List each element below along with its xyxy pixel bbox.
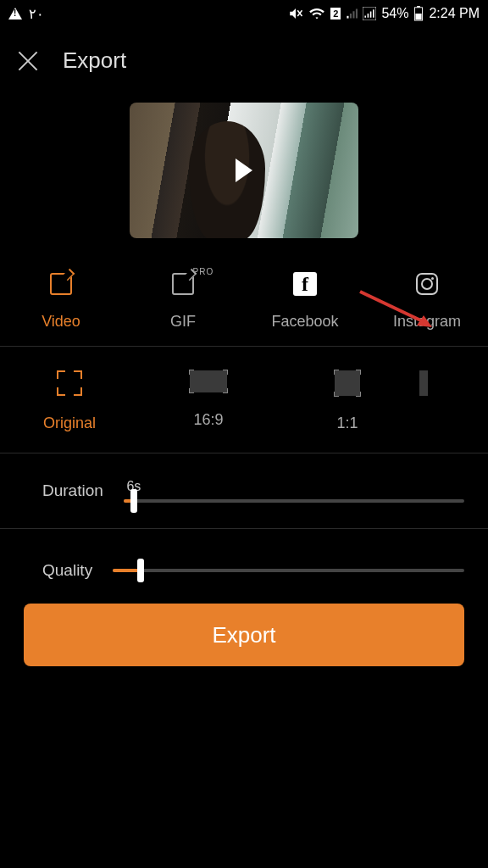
aspect-16-9[interactable]: 16:9 bbox=[139, 370, 278, 432]
gif-export-icon bbox=[172, 273, 194, 295]
signal-weak-icon bbox=[346, 8, 358, 19]
status-left: ٢٠ bbox=[8, 6, 44, 22]
status-right: 2 54% 2:24 PM bbox=[288, 6, 480, 21]
video-preview[interactable] bbox=[130, 103, 358, 238]
battery-icon bbox=[413, 6, 424, 21]
aspect-label: 16:9 bbox=[193, 411, 223, 429]
battery-text: 54% bbox=[381, 6, 408, 21]
preview-container bbox=[0, 94, 488, 264]
warning-icon bbox=[8, 8, 22, 19]
close-icon[interactable] bbox=[17, 50, 39, 72]
sim-badge: 2 bbox=[330, 8, 341, 19]
status-text: ٢٠ bbox=[29, 6, 44, 22]
pro-badge: PRO bbox=[193, 267, 214, 276]
aspect-ratios: Original 16:9 1:1 bbox=[0, 347, 488, 453]
export-button[interactable]: Export bbox=[24, 604, 464, 666]
share-targets: Video PRO GIF f Facebook Instagram bbox=[0, 264, 488, 346]
share-label: GIF bbox=[170, 313, 196, 331]
instagram-icon bbox=[416, 273, 438, 295]
signal-full-icon bbox=[363, 7, 376, 20]
ratio-1-1-icon bbox=[335, 370, 360, 396]
svg-rect-5 bbox=[416, 14, 422, 19]
quality-section: Quality bbox=[0, 529, 488, 600]
ratio-16-9-icon bbox=[190, 370, 227, 392]
duration-slider[interactable]: 6s bbox=[124, 479, 464, 503]
share-label: Video bbox=[42, 313, 80, 331]
time-text: 2:24 PM bbox=[429, 6, 480, 21]
quality-slider[interactable] bbox=[113, 569, 464, 572]
aspect-label: Original bbox=[43, 415, 96, 432]
mute-icon bbox=[288, 6, 303, 21]
share-label: Facebook bbox=[271, 313, 338, 331]
aspect-label: 1:1 bbox=[336, 415, 358, 432]
svg-rect-4 bbox=[418, 6, 421, 8]
slider-thumb[interactable] bbox=[130, 489, 137, 513]
share-gif[interactable]: PRO GIF bbox=[122, 270, 244, 331]
share-facebook[interactable]: f Facebook bbox=[244, 270, 366, 331]
slider-thumb[interactable] bbox=[137, 559, 144, 582]
play-icon[interactable] bbox=[236, 159, 252, 182]
share-video[interactable]: Video bbox=[0, 270, 122, 331]
video-export-icon bbox=[50, 273, 72, 295]
ratio-partial-icon bbox=[419, 370, 428, 396]
svg-rect-2 bbox=[363, 7, 376, 20]
wifi-icon bbox=[308, 7, 325, 20]
aspect-original[interactable]: Original bbox=[0, 370, 139, 432]
status-bar: ٢٠ 2 54% 2:24 PM bbox=[0, 0, 488, 27]
export-button-label: Export bbox=[212, 622, 275, 648]
share-instagram[interactable]: Instagram bbox=[366, 270, 488, 331]
aspect-more[interactable] bbox=[417, 370, 430, 432]
duration-label: Duration bbox=[42, 481, 103, 500]
header: Export bbox=[0, 27, 488, 94]
page-title: Export bbox=[63, 47, 126, 74]
share-label: Instagram bbox=[393, 313, 461, 331]
facebook-icon: f bbox=[293, 272, 317, 296]
quality-label: Quality bbox=[42, 561, 92, 580]
aspect-1-1[interactable]: 1:1 bbox=[278, 370, 417, 432]
duration-section: Duration 6s bbox=[0, 453, 488, 528]
original-aspect-icon bbox=[57, 370, 82, 396]
